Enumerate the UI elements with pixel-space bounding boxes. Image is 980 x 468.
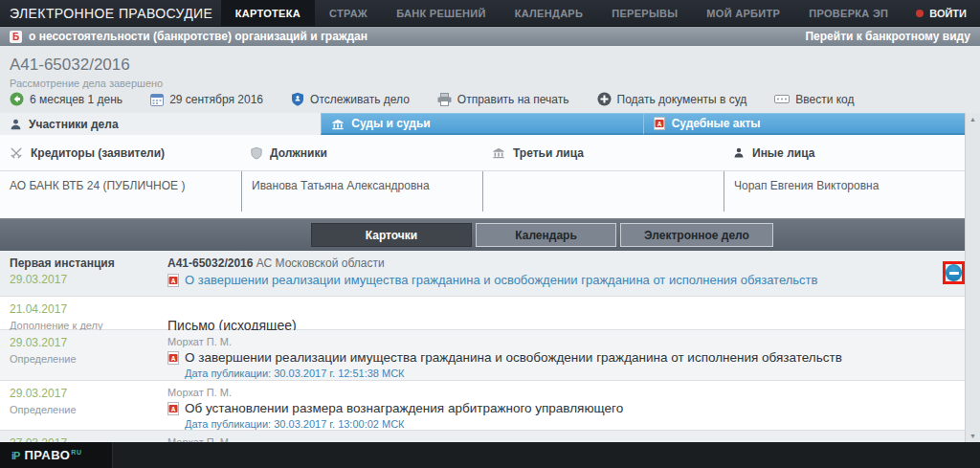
case-toolbar: 6 месяцев 1 день 29 сентября 2016 Отслеж… — [10, 92, 855, 106]
login-label: ВОЙТИ — [929, 8, 967, 19]
case-number: А41-65032/2016 — [10, 56, 130, 75]
crossed-swords-icon — [10, 146, 23, 160]
duration-arrow-icon — [10, 92, 24, 106]
case-duration-label: 6 месяцев 1 день — [30, 93, 122, 106]
publication-date-link[interactable]: Дата публикации: 30.03.2017 г. 12:51:38 … — [185, 368, 930, 379]
debtors-header: Должники — [241, 135, 482, 170]
creditors-header-label: Кредиторы (заявители) — [31, 146, 165, 160]
subtab-group: Карточки Календарь Электронное дело — [311, 223, 773, 247]
submit-documents-label: Подать документы в суд — [617, 93, 747, 106]
switch-to-bankruptcy-view-link[interactable]: Перейти к банкротному виду — [805, 30, 970, 43]
third-parties-header: Третьи лица — [482, 135, 724, 170]
nav-item-pereryvy[interactable]: ПЕРЕРЫВЫ — [597, 0, 692, 26]
other-parties-header-label: Иные лица — [752, 146, 814, 160]
print-button[interactable]: Отправить на печать — [437, 93, 569, 106]
row-content: Морхат П. М. A Об установлении размера в… — [158, 381, 965, 430]
nav-item-kalendar[interactable]: КАЛЕНДАРЬ — [501, 0, 598, 26]
card-date: 29.03.2017 — [10, 387, 158, 400]
scroll-up-arrow-icon[interactable]: ▲ — [966, 113, 980, 125]
person-icon — [10, 118, 22, 131]
svg-text:A: A — [171, 405, 176, 412]
creditors-value: АО БАНК ВТБ 24 (ПУБЛИЧНОЕ ) — [0, 171, 241, 212]
tab-courts-judges-label: Суды и судьи — [351, 117, 430, 130]
bankruptcy-title: о несостоятельности (банкротстве) органи… — [29, 30, 368, 43]
person-dark-icon — [733, 146, 745, 159]
pdf-icon: A — [167, 274, 179, 287]
nav-item-strazh[interactable]: СТРАЖ — [315, 0, 382, 26]
card-date: 29.03.2017 — [10, 336, 158, 349]
subtab-electronic-case[interactable]: Электронное дело — [620, 223, 773, 247]
vertical-scrollbar[interactable]: ▲ ▼ — [965, 113, 980, 442]
tab-participants[interactable]: Участники дела — [0, 113, 321, 135]
nav-item-kartoteka[interactable]: КАРТОТЕКА — [221, 0, 315, 26]
svg-text:A: A — [171, 354, 176, 361]
row-meta: 27.03.2017 — [0, 431, 158, 442]
case-duration: 6 месяцев 1 день — [10, 92, 122, 106]
subtab-calendar[interactable]: Календарь — [476, 223, 616, 247]
case-start-date-label: 29 сентября 2016 — [169, 93, 263, 106]
nav-item-moy-arbitr[interactable]: МОЙ АРБИТР — [692, 0, 794, 26]
card-judge: Морхат П. М. — [167, 387, 930, 398]
nav-item-bank-resheniy[interactable]: БАНК РЕШЕНИЙ — [382, 0, 501, 26]
page-footer: iP ПРАВОRU — [0, 442, 980, 468]
row-content: А41-65032/2016 АС Московской области A О… — [158, 251, 965, 296]
pdf-icon: A — [654, 117, 665, 130]
enter-code-button[interactable]: Ввести код — [774, 93, 854, 106]
card-title: Об установлении размера вознаграждения а… — [185, 401, 623, 415]
building-icon — [492, 146, 505, 159]
track-shield-icon — [291, 92, 304, 106]
plus-circle-icon — [597, 92, 612, 106]
tab-judicial-acts[interactable]: A Судебные акты — [643, 113, 965, 135]
case-court-line: А41-65032/2016 АС Московской области — [167, 256, 930, 270]
track-case-button[interactable]: Отслеживать дело — [291, 92, 410, 106]
nav-item-proverka-ep[interactable]: ПРОВЕРКА ЭП — [794, 0, 902, 26]
collapse-minus-icon[interactable] — [946, 264, 962, 281]
app-window: ЭЛЕКТРОННОЕ ПРАВОСУДИЕ КАРТОТЕКА СТРАЖ Б… — [0, 0, 980, 468]
case-status: Рассмотрение дела завершено — [10, 78, 163, 89]
card-title: О завершении реализации имущества гражда… — [185, 350, 842, 365]
tab-courts-judges[interactable]: Суды и судьи — [321, 113, 642, 135]
print-label: Отправить на печать — [457, 93, 569, 106]
pravo-mark-icon: iP — [11, 450, 19, 461]
subtab-cards[interactable]: Карточки — [311, 223, 472, 247]
app-logo: ЭЛЕКТРОННОЕ ПРАВОСУДИЕ — [0, 0, 221, 26]
third-parties-header-label: Третьи лица — [513, 146, 584, 160]
participants-panel: Кредиторы (заявители) Должники Третьи ли… — [0, 135, 965, 218]
card-type: Определение — [10, 353, 158, 365]
card-judge: Морхат П. М. — [167, 336, 930, 347]
case-cards-list: Первая инстанция 29.03.2017 А41-65032/20… — [0, 251, 965, 442]
row-content: Морхат П. М. A О завершении реализации и… — [158, 330, 965, 380]
row-meta: Первая инстанция 29.03.2017 — [0, 251, 158, 296]
card-court: АС Московской области — [256, 256, 385, 270]
card-type: Определение — [10, 404, 158, 415]
other-parties-header: Иные лица — [724, 135, 965, 170]
calendar-icon — [150, 93, 164, 106]
document-link[interactable]: A О завершении реализации имущества граж… — [167, 273, 930, 287]
participants-values: АО БАНК ВТБ 24 (ПУБЛИЧНОЕ ) Иванова Тать… — [0, 171, 965, 212]
login-button[interactable]: ВОЙТИ — [902, 0, 980, 26]
card-row-first-instance: Первая инстанция 29.03.2017 А41-65032/20… — [0, 251, 965, 297]
annotation-highlight-box — [943, 261, 965, 284]
pravo-ru-logo[interactable]: iP ПРАВОRU — [0, 442, 113, 468]
pravo-logo-text: ПРАВОRU — [24, 448, 81, 462]
row-meta: 29.03.2017 Определение — [0, 381, 158, 430]
pdf-icon: A — [167, 351, 179, 365]
third-parties-value — [482, 171, 724, 212]
svg-text:A: A — [171, 277, 176, 283]
svg-text:A: A — [657, 121, 661, 127]
scroll-down-arrow-icon[interactable]: ▼ — [966, 430, 980, 442]
track-case-label: Отслеживать дело — [310, 93, 410, 106]
row-content: Письмо (исходящее) — [158, 297, 965, 329]
row-content: Морхат П. М. A — [158, 431, 965, 442]
other-parties-value: Чорап Евгения Викторовна — [724, 171, 965, 212]
creditors-header: Кредиторы (заявители) — [0, 135, 241, 170]
row-meta: 29.03.2017 Определение — [0, 330, 158, 380]
card-date: 29.03.2017 — [10, 273, 158, 286]
cards-subtab-bar: Карточки Календарь Электронное дело — [0, 218, 965, 251]
debtors-header-label: Должники — [270, 146, 327, 160]
pdf-icon: A — [167, 402, 179, 415]
submit-documents-button[interactable]: Подать документы в суд — [597, 92, 747, 106]
publication-date-link[interactable]: Дата публикации: 30.03.2017 г. 13:00:02 … — [185, 418, 930, 430]
top-navbar: ЭЛЕКТРОННОЕ ПРАВОСУДИЕ КАРТОТЕКА СТРАЖ Б… — [0, 0, 980, 27]
document-link-label: О завершении реализации имущества гражда… — [185, 273, 817, 287]
